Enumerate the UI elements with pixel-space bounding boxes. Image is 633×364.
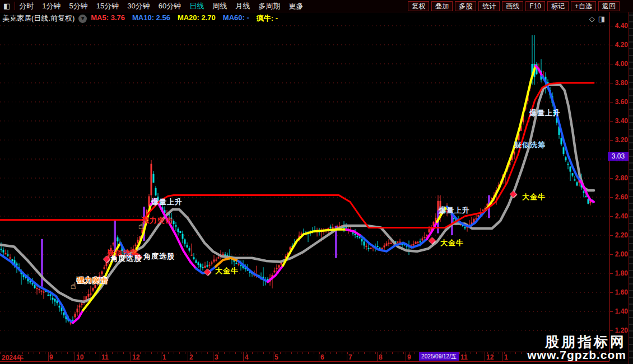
month-separator bbox=[161, 352, 161, 361]
month-separator bbox=[213, 352, 213, 361]
toolbar-button[interactable]: 返回 bbox=[598, 1, 620, 11]
price-tick bbox=[610, 197, 613, 198]
price-label: 4.40 bbox=[615, 22, 628, 30]
month-separator bbox=[485, 352, 485, 361]
price-tick bbox=[610, 235, 613, 236]
ma-value: 疯牛: - bbox=[257, 13, 278, 24]
price-axis: 4.404.204.003.803.603.403.203.002.802.60… bbox=[609, 12, 629, 361]
x-axis-month: 10 bbox=[76, 353, 83, 361]
price-tick bbox=[610, 26, 613, 26]
watermark: 股朋指标网 www.7gpzb.com bbox=[527, 334, 626, 361]
month-separator bbox=[347, 352, 347, 361]
x-axis-month: 8 bbox=[379, 353, 383, 361]
x-axis-month: 2024年 bbox=[2, 353, 24, 363]
x-axis-month: 3 bbox=[215, 353, 218, 361]
month-separator bbox=[188, 352, 188, 361]
stock-title: 美克家居(日线.前复权) bbox=[2, 13, 75, 24]
watermark-site-name: 股朋指标网 bbox=[527, 334, 626, 349]
month-separator bbox=[502, 352, 503, 361]
price-label: 3.80 bbox=[615, 79, 628, 87]
toolbar-button[interactable]: 复权 bbox=[408, 1, 429, 11]
x-axis-month: 2 bbox=[189, 353, 193, 361]
price-label: 2.20 bbox=[615, 231, 628, 239]
watermark-url: www.7gpzb.com bbox=[527, 349, 626, 361]
x-axis-month: 5 bbox=[274, 353, 278, 361]
month-separator bbox=[243, 352, 244, 361]
price-label: 2.80 bbox=[615, 174, 628, 182]
info-row: 美克家居(日线.前复权) ▼ MA5: 3.76MA10: 2.56MA20: … bbox=[0, 12, 609, 25]
ma-value: MA60: - bbox=[223, 13, 249, 24]
x-axis-month: 12 bbox=[486, 353, 494, 361]
diamond-marker-icon[interactable]: ◇ bbox=[589, 15, 595, 23]
price-tick bbox=[610, 254, 613, 255]
month-separator bbox=[75, 352, 75, 361]
date-axis: 2024年910111212345678911121 bbox=[0, 352, 609, 362]
price-tick bbox=[610, 102, 613, 102]
price-label: 4.00 bbox=[615, 60, 628, 68]
price-label: 1.20 bbox=[615, 326, 628, 334]
period-tabs: 分时1分钟5分钟15分钟30分钟60分钟日线周线月线多周期更多 bbox=[19, 1, 303, 11]
x-axis-month: 9 bbox=[49, 353, 53, 361]
period-tab[interactable]: 多周期 bbox=[258, 1, 280, 11]
split-window-icon[interactable]: ◧ bbox=[3, 1, 10, 12]
price-tick bbox=[610, 64, 613, 64]
toolbar-button[interactable]: 画线 bbox=[502, 1, 523, 11]
period-tab[interactable]: 60分钟 bbox=[159, 1, 181, 11]
x-axis-month: 1 bbox=[162, 353, 166, 361]
price-tick bbox=[610, 178, 613, 179]
month-separator bbox=[406, 352, 406, 361]
x-axis-month: 9 bbox=[407, 353, 411, 361]
candlestick-chart bbox=[0, 25, 609, 352]
price-tick bbox=[610, 311, 613, 312]
chart-canvas[interactable]: ☝☝◆◆◆◆◆强力突击强力突击爆量上升疑似洗筹角度选股角度选股大金牛爆量上升大金… bbox=[0, 25, 609, 352]
period-tab[interactable]: 月线 bbox=[235, 1, 250, 11]
price-label: 2.40 bbox=[615, 212, 628, 220]
x-axis-month: 11 bbox=[460, 353, 468, 361]
toolbar-button[interactable]: 标记 bbox=[547, 1, 569, 11]
period-tab[interactable]: 分时 bbox=[19, 1, 34, 11]
period-tab[interactable]: 15分钟 bbox=[96, 1, 119, 11]
price-label: 3.40 bbox=[615, 117, 628, 125]
price-label: 3.20 bbox=[615, 136, 628, 144]
x-axis-month: 1 bbox=[504, 353, 508, 361]
chevron-down-icon[interactable]: ▼ bbox=[78, 15, 87, 23]
price-tick bbox=[610, 83, 613, 83]
toolbar-button[interactable]: +自选 bbox=[571, 1, 596, 11]
toolbar-divider bbox=[15, 2, 15, 10]
price-tick bbox=[610, 45, 613, 45]
toolbar-button[interactable]: 叠加 bbox=[431, 1, 453, 11]
price-label: 1.60 bbox=[615, 288, 628, 296]
price-tick bbox=[610, 273, 613, 274]
price-label: 3.60 bbox=[615, 98, 628, 106]
period-tab[interactable]: 30分钟 bbox=[127, 1, 150, 11]
top-toolbar: ◧ 分时1分钟5分钟15分钟30分钟60分钟日线周线月线多周期更多 ❯ 复权叠加… bbox=[0, 0, 633, 12]
x-axis-month: 12 bbox=[132, 353, 139, 361]
price-tick bbox=[610, 330, 613, 331]
period-tab[interactable]: 日线 bbox=[189, 1, 204, 11]
price-label: 4.20 bbox=[615, 41, 628, 49]
period-tab[interactable]: 5分钟 bbox=[69, 1, 88, 11]
price-label: 1.80 bbox=[615, 269, 628, 277]
month-separator bbox=[273, 352, 273, 361]
ma-value: MA20: 2.70 bbox=[178, 13, 216, 24]
toolbar-button[interactable]: 多股 bbox=[455, 1, 476, 11]
x-axis-month: 11 bbox=[101, 353, 109, 361]
toolbar-button[interactable]: F10 bbox=[525, 1, 545, 11]
toolbar-button[interactable]: 统计 bbox=[478, 1, 500, 11]
price-tick bbox=[610, 121, 613, 122]
price-tick bbox=[610, 216, 613, 217]
period-tab[interactable]: 1分钟 bbox=[42, 1, 60, 11]
price-tick bbox=[610, 140, 613, 141]
ma-values: MA5: 3.76MA10: 2.56MA20: 2.70MA60: -疯牛: … bbox=[91, 13, 285, 24]
month-separator bbox=[377, 352, 378, 361]
period-tab[interactable]: 周线 bbox=[212, 1, 227, 11]
date-axis-ticks bbox=[0, 352, 609, 354]
cursor-date-tag: 2025/09/12/五 bbox=[419, 352, 459, 361]
collapsed-quote-panel[interactable] bbox=[629, 12, 633, 364]
chevron-right-icon[interactable]: ❯ bbox=[298, 2, 303, 10]
ma-value: MA10: 2.56 bbox=[132, 13, 170, 24]
x-axis-month: 6 bbox=[320, 353, 324, 361]
last-price-tag: 3.03 bbox=[608, 152, 629, 161]
panel-toggle-icon[interactable]: ◨ bbox=[598, 15, 605, 23]
month-separator bbox=[319, 352, 319, 361]
